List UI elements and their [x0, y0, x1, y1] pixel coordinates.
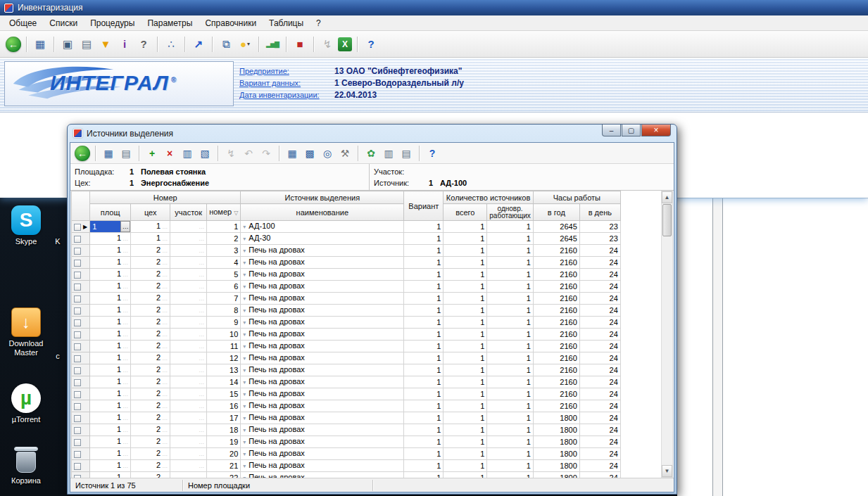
cell-god[interactable]: 2160 — [533, 305, 579, 317]
cell-tseh[interactable]: 2… — [131, 317, 170, 329]
cell-den[interactable]: 24 — [579, 341, 620, 352]
cell-plosh[interactable]: 1… — [90, 388, 131, 400]
cell-vsego[interactable]: 1 — [444, 460, 487, 472]
row-select-cell[interactable] — [72, 269, 90, 281]
cell-uchastok[interactable]: … — [170, 305, 207, 317]
cell-name[interactable]: ▾Печь на дровах — [241, 460, 404, 472]
cell-tseh[interactable]: 2… — [131, 376, 170, 388]
cell-den[interactable]: 24 — [579, 460, 620, 472]
row-select-cell[interactable] — [72, 245, 90, 257]
cell-name[interactable]: ▾Печь на дровах — [241, 436, 404, 448]
cell-odnovr[interactable]: 1 — [487, 293, 534, 305]
cell-nomer[interactable]: 13 — [207, 364, 241, 376]
cell-variant[interactable]: 1 — [404, 329, 444, 341]
cell-name[interactable]: ▾Печь на дровах — [241, 305, 404, 317]
row-select-cell[interactable] — [72, 472, 90, 478]
maximize-button[interactable]: ▢ — [622, 125, 641, 136]
cell-variant[interactable]: 1 — [404, 472, 444, 478]
cell-den[interactable]: 24 — [579, 293, 620, 305]
add-row-icon[interactable]: + — [144, 146, 160, 161]
row-checkbox[interactable] — [74, 451, 81, 458]
cell-variant[interactable]: 1 — [404, 448, 444, 460]
close-button[interactable]: × — [641, 125, 671, 136]
cell-name[interactable]: ▾Печь на дровах — [241, 245, 404, 257]
cell-tseh[interactable]: 2… — [131, 269, 170, 281]
cell-variant[interactable]: 1 — [404, 376, 444, 388]
cell-plosh[interactable]: 1… — [90, 412, 131, 424]
cell-uchastok[interactable]: … — [170, 257, 207, 269]
row-select-cell[interactable] — [72, 317, 90, 329]
cell-nomer[interactable]: 11 — [207, 341, 241, 352]
cell-god[interactable]: 1800 — [533, 448, 579, 460]
cell-tseh[interactable]: 2… — [131, 388, 170, 400]
cell-uchastok[interactable]: … — [170, 352, 207, 364]
cell-uchastok[interactable]: … — [170, 317, 207, 329]
row-select-cell[interactable] — [72, 257, 90, 269]
cell-variant[interactable]: 1 — [404, 412, 444, 424]
desktop-icon-utorrent[interactable]: µµTorrent — [4, 383, 48, 424]
cell-editor[interactable]: 1 — [90, 221, 120, 232]
cell-uchastok[interactable]: … — [170, 424, 207, 436]
cell-name[interactable]: ▾Печь на дровах — [241, 281, 404, 293]
table-row[interactable]: 1…2……3▾Печь на дровах111216024 — [72, 245, 621, 257]
cell-tseh[interactable]: 2… — [131, 472, 170, 478]
row-checkbox[interactable] — [74, 463, 81, 470]
cell-god[interactable]: 2160 — [533, 317, 579, 329]
cell-name[interactable]: ▾Печь на дровах — [241, 257, 404, 269]
header-uchastok[interactable]: участок — [170, 204, 207, 221]
row-checkbox[interactable] — [74, 331, 81, 338]
cell-odnovr[interactable]: 1 — [487, 317, 534, 329]
cell-god[interactable]: 1800 — [533, 424, 579, 436]
copy-icon[interactable]: ▥ — [180, 146, 195, 161]
cell-nomer[interactable]: 9 — [207, 317, 241, 329]
help-icon[interactable]: ? — [363, 36, 379, 53]
table-row[interactable]: 1…2……22▾Печь на дровах111180024 — [72, 472, 621, 478]
cell-name[interactable]: ▾Печь на дровах — [241, 424, 404, 436]
cell-plosh[interactable]: 1… — [90, 472, 131, 478]
row-checkbox[interactable] — [74, 403, 81, 410]
lamp-icon[interactable]: ●▾ — [237, 36, 253, 53]
cell-plosh[interactable]: 1… — [90, 460, 131, 472]
row-select-cell[interactable] — [72, 233, 90, 245]
cell-uchastok[interactable]: … — [170, 233, 207, 245]
cell-uchastok[interactable]: … — [170, 412, 207, 424]
table-row[interactable]: 1…2……9▾Печь на дровах111216024 — [72, 317, 621, 329]
cell-variant[interactable]: 1 — [404, 424, 444, 436]
red-case-icon[interactable]: ■ — [291, 36, 308, 53]
cell-variant[interactable]: 1 — [404, 352, 444, 364]
cell-nomer[interactable]: 4 — [207, 257, 241, 269]
undo-icon[interactable]: ↶ — [241, 146, 256, 161]
header-den[interactable]: в день — [579, 204, 620, 221]
cell-odnovr[interactable]: 1 — [487, 388, 534, 400]
row-select-cell[interactable] — [72, 329, 90, 341]
cell-odnovr[interactable]: 1 — [487, 448, 534, 460]
cell-variant[interactable]: 1 — [404, 269, 444, 281]
cell-vsego[interactable]: 1 — [444, 269, 487, 281]
cell-vsego[interactable]: 1 — [444, 305, 487, 317]
cell-tseh[interactable]: 1… — [131, 233, 170, 245]
cell-nomer[interactable]: 6 — [207, 281, 241, 293]
cell-odnovr[interactable]: 1 — [487, 329, 534, 341]
cell-den[interactable]: 24 — [579, 472, 620, 478]
table-row[interactable]: 1…2……20▾Печь на дровах111180024 — [72, 448, 621, 460]
row-select-cell[interactable] — [72, 436, 90, 448]
cell-nomer[interactable]: 22 — [207, 472, 241, 478]
table-row[interactable]: 1…2……19▾Печь на дровах111180024 — [72, 436, 621, 448]
cell-nomer[interactable]: 5 — [207, 269, 241, 281]
cell-den[interactable]: 24 — [579, 388, 620, 400]
cell-tseh[interactable]: 2… — [131, 364, 170, 376]
ellipsis-button[interactable]: … — [120, 221, 130, 232]
cell-variant[interactable]: 1 — [404, 364, 444, 376]
row-checkbox[interactable] — [74, 355, 81, 362]
cell-variant[interactable]: 1 — [404, 460, 444, 472]
row-checkbox[interactable] — [74, 260, 81, 267]
cell-plosh[interactable]: 1… — [90, 317, 131, 329]
cell-vsego[interactable]: 1 — [444, 364, 487, 376]
table-row[interactable]: 1…2……12▾Печь на дровах111216024 — [72, 352, 621, 364]
cell-name[interactable]: ▾Печь на дровах — [241, 341, 404, 352]
inventory-date-label-link[interactable]: Дата инвентаризации: — [239, 91, 334, 99]
cell-vsego[interactable]: 1 — [444, 376, 487, 388]
row-select-cell[interactable] — [72, 412, 90, 424]
table-row[interactable]: 1…2……14▾Печь на дровах111216024 — [72, 376, 621, 388]
cell-name[interactable]: ▾АД-100 — [241, 221, 404, 233]
